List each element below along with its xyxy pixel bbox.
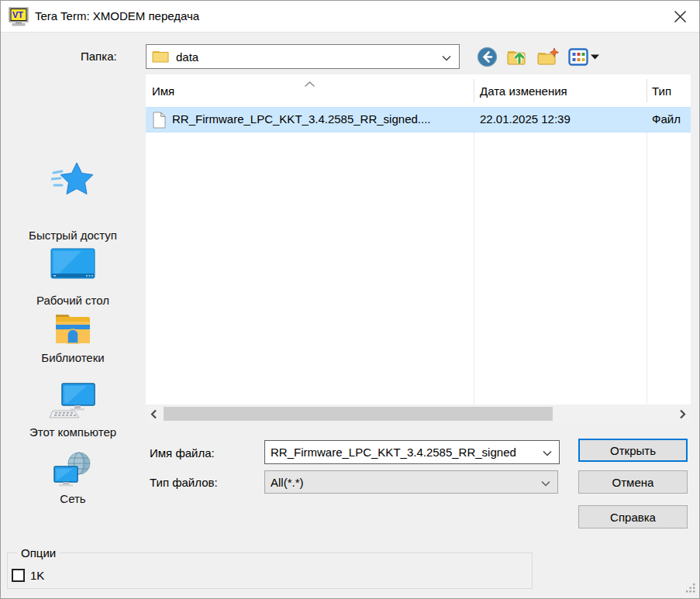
scroll-right-button[interactable]: [674, 404, 691, 423]
folder-value: data: [176, 50, 442, 64]
1k-checkbox-label: 1K: [30, 569, 44, 582]
column-header-date-modified[interactable]: Дата изменения: [480, 84, 567, 98]
chevron-down-icon[interactable]: [543, 446, 552, 459]
file-date-cell: 22.01.2025 12:39: [480, 112, 571, 126]
close-icon: [674, 10, 687, 23]
column-header-name[interactable]: Имя: [152, 84, 174, 98]
scrollbar-thumb[interactable]: [164, 407, 553, 421]
folder-label: Папка:: [81, 50, 117, 63]
navigation-toolbar: [477, 45, 599, 68]
header-separator[interactable]: [647, 79, 647, 102]
open-button[interactable]: Открыть: [578, 439, 688, 462]
new-folder-icon: [536, 46, 560, 67]
chevron-left-icon: [150, 409, 157, 419]
title-bar: VT Tera Term: XMODEM передача: [1, 1, 699, 33]
file-type-cell: Файл: [652, 112, 681, 126]
1k-checkbox[interactable]: [12, 569, 25, 582]
sidebar-item-label: Сеть: [1, 492, 145, 505]
view-menu-icon: [568, 48, 588, 66]
options-group: Опции 1K: [7, 553, 533, 589]
new-folder-button[interactable]: [536, 46, 560, 67]
view-menu-button[interactable]: [568, 48, 599, 66]
scroll-left-button[interactable]: [146, 404, 162, 423]
cancel-button[interactable]: Отмена: [578, 470, 688, 494]
option-1k-row[interactable]: 1K: [12, 569, 44, 582]
sidebar-item-this-pc[interactable]: Этот компьютер: [1, 383, 145, 439]
column-header-type[interactable]: Тип: [652, 84, 671, 98]
file-name-combobox[interactable]: RR_Firmware_LPC_KKT_3.4.2585_RR_signed: [264, 440, 560, 464]
folder-dropdown[interactable]: data: [146, 44, 460, 69]
file-type-dropdown[interactable]: All(*.*): [264, 470, 558, 494]
up-one-level-icon: [506, 46, 528, 67]
file-list: Имя Дата изменения Тип RR_Firmware_LPC_K…: [146, 74, 691, 423]
quick-access-icon: [51, 161, 95, 200]
sidebar-item-label: Рабочий стол: [1, 294, 145, 307]
help-button[interactable]: Справка: [578, 505, 688, 528]
folder-icon: [152, 49, 169, 65]
file-name-label: Имя файла:: [150, 446, 215, 460]
file-row-selected[interactable]: RR_Firmware_LPC_KKT_3.4.2585_RR_signed..…: [146, 107, 691, 133]
file-type-value: All(*.*): [271, 476, 541, 489]
back-icon: [477, 46, 498, 67]
sidebar-item-quick-access[interactable]: Быстрый доступ: [1, 161, 145, 242]
libraries-icon: [53, 312, 93, 346]
sidebar-item-label: Этот компьютер: [1, 425, 145, 439]
sidebar-item-label: Библиотеки: [1, 351, 145, 364]
options-group-label: Опции: [17, 546, 60, 559]
file-icon: [153, 112, 166, 131]
chevron-down-icon: [541, 476, 550, 489]
sidebar-item-network[interactable]: Сеть: [1, 451, 145, 505]
view-menu-dropdown-icon: [591, 54, 599, 60]
horizontal-scrollbar[interactable]: [146, 404, 691, 423]
desktop-icon: [50, 248, 95, 279]
tera-term-vt-icon: VT: [9, 7, 29, 29]
resize-grip-icon[interactable]: [685, 583, 696, 596]
file-name-cell: RR_Firmware_LPC_KKT_3.4.2585_RR_signed..…: [172, 112, 431, 126]
file-name-value[interactable]: RR_Firmware_LPC_KKT_3.4.2585_RR_signed: [271, 446, 541, 459]
column-separator: [474, 107, 474, 404]
sidebar-item-libraries[interactable]: Библиотеки: [1, 312, 145, 364]
this-pc-icon: [48, 383, 98, 418]
xmodem-file-dialog: VT Tera Term: XMODEM передача Папка: dat…: [0, 0, 700, 599]
chevron-down-icon: [442, 50, 451, 64]
window-title: Tera Term: XMODEM передача: [35, 1, 199, 32]
up-one-level-button[interactable]: [506, 46, 528, 67]
chevron-right-icon: [679, 409, 686, 419]
file-list-header: Имя Дата изменения Тип: [146, 74, 691, 107]
sort-ascending-icon: [304, 77, 316, 90]
sidebar-item-label: Быстрый доступ: [1, 229, 145, 242]
column-separator: [647, 107, 647, 404]
close-button[interactable]: [660, 1, 699, 32]
file-type-label: Тип файлов:: [150, 476, 218, 489]
sidebar-item-desktop[interactable]: Рабочий стол: [1, 248, 145, 307]
svg-text:VT: VT: [12, 10, 23, 19]
back-button[interactable]: [477, 46, 498, 67]
header-separator[interactable]: [474, 79, 474, 102]
places-sidebar: Быстрый доступ Рабочий стол Би: [1, 74, 145, 435]
network-icon: [51, 451, 95, 488]
